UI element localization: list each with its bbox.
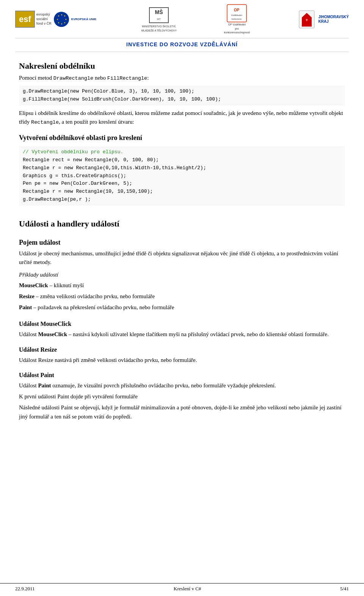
intro-text-1: Pomocí metod bbox=[19, 75, 53, 81]
svg-text:MT: MT bbox=[157, 18, 161, 20]
svg-text:★: ★ bbox=[60, 14, 62, 16]
logo-op: OP Vzdělávání konkurence OP Vzdělávánípr… bbox=[222, 4, 252, 35]
paint-bold: Paint bbox=[38, 382, 51, 388]
resize-desc: – změna velikosti ovládacího prvku, nebo… bbox=[35, 293, 155, 299]
jihomoravsky-coat-icon: ⚜ bbox=[297, 10, 316, 29]
pojem-text: Událost je obecný mechanismus, umožňujíc… bbox=[19, 250, 338, 265]
vytvoreni-title-text: Vytvoření obdélníkové oblasti pro kresle… bbox=[19, 134, 142, 142]
vytvoreni-title: Vytvoření obdélníkové oblasti pro kresle… bbox=[19, 133, 345, 143]
udalost-paint-title: Událost Paint bbox=[19, 371, 345, 380]
code-block-main: // Vytvoření obdélníku pro elipsu. Recta… bbox=[19, 146, 345, 206]
pojem-title-text: Pojem událost bbox=[19, 239, 61, 246]
resize-label: Resize bbox=[19, 293, 35, 299]
paint-desc: – požadavek na překreslení ovládacího pr… bbox=[32, 304, 174, 310]
eu-label: EVROPSKÁ UNIE bbox=[71, 17, 96, 22]
footer-course: Kreslení v C# bbox=[174, 585, 201, 593]
intro-text-2: nebo bbox=[93, 75, 107, 81]
eu-stars-icon: ★ ★ ★ ★ ★ ★ ★ ★ bbox=[55, 13, 68, 26]
svg-text:konkurence: konkurence bbox=[232, 18, 242, 20]
paint-note-1: K první události Paint dojde při vytváře… bbox=[19, 392, 345, 401]
pojem-udalost-paragraph: Událost je obecný mechanismus, umožňujíc… bbox=[19, 249, 345, 267]
op-logo-icon: OP Vzdělávání konkurence bbox=[226, 4, 247, 23]
mouseclick-intro-label: Událost bbox=[19, 331, 38, 337]
logo-mt: MŠ MT MINISTERSTVO ŠKOLSTVÍ,MLÁDEŽE A TĚ… bbox=[141, 6, 177, 33]
section-title-text: Nakreslení obdélníku bbox=[19, 61, 95, 71]
logo-left: esf evropskýsociálnífond v ČR ★ ★ ★ ★ ★ bbox=[15, 11, 96, 28]
code-line-rect1: Rectangle rect = new Rectangle(0, 0, 100… bbox=[23, 157, 159, 163]
footer-page-number: 5/41 bbox=[340, 585, 349, 593]
footer-date: 22.9.2011 bbox=[15, 585, 35, 593]
code-line-1: g.DrawRectangle(new Pen(Color.Blue, 3), … bbox=[23, 88, 194, 94]
intro-paragraph: Pomocí metod DrawRectangle nebo FillRect… bbox=[19, 74, 345, 83]
investice-label: INVESTICE DO ROZVOJE VZDĚLÁVÁNÍ bbox=[126, 41, 238, 47]
examples-section: Příklady událostí MouseClick – kliknutí … bbox=[19, 270, 345, 312]
svg-text:★: ★ bbox=[57, 15, 59, 17]
udalosti-title: Události a handlery událostí bbox=[19, 217, 345, 230]
section-title-rectangle: Nakreslení obdélníku bbox=[19, 60, 345, 72]
content-area: Nakreslení obdélníku Pomocí metod DrawRe… bbox=[15, 60, 349, 421]
resize-example: Resize – změna velikosti ovládacího prvk… bbox=[19, 292, 345, 301]
svg-text:MŠ: MŠ bbox=[155, 9, 163, 15]
code-line-graphics: Graphics g = this.CreateGraphics(); bbox=[23, 173, 126, 179]
svg-text:★: ★ bbox=[63, 15, 65, 17]
fill-rectangle-code: FillRectangle bbox=[107, 75, 147, 81]
paint-label: Paint bbox=[19, 304, 32, 310]
code-block-1: g.DrawRectangle(new Pen(Color.Blue, 3), … bbox=[19, 85, 345, 106]
code-line-rect2: Rectangle r = new Rectangle(0,10,this.Wi… bbox=[23, 165, 206, 171]
code-line-pen: Pen pe = new Pen(Color.DarkGreen, 5); bbox=[23, 181, 132, 186]
udalost-mouseclick-paragraph: Událost MouseClick – nastává kdykoli uži… bbox=[19, 330, 345, 339]
paint-text-1: Událost bbox=[19, 382, 38, 388]
code-line-2: g.FillRectangle(new SolidBrush(Color.Dar… bbox=[23, 96, 221, 102]
mouseclick-example: MouseClick – kliknutí myší bbox=[19, 281, 345, 290]
code-line-draw: g.DrawRectangle(pe,r ); bbox=[23, 197, 91, 202]
svg-text:★: ★ bbox=[56, 18, 58, 20]
eu-flag: ★ ★ ★ ★ ★ ★ ★ ★ bbox=[54, 12, 69, 27]
intro-colon: : bbox=[147, 75, 149, 81]
paint-title-text: Událost Paint bbox=[19, 372, 54, 378]
ministerstvo-text: MINISTERSTVO ŠKOLSTVÍ,MLÁDEŽE A TĚLOVÝCH… bbox=[141, 25, 177, 33]
elipsu-paragraph: Elipsu i obdélník kreslíme do obdélníkov… bbox=[19, 109, 345, 127]
udalosti-title-text: Události a handlery událostí bbox=[19, 219, 119, 228]
udalost-resize-title: Událost Resize bbox=[19, 345, 345, 354]
op-label: OP Vzdělávánípro konkurenceschopnost bbox=[222, 23, 252, 35]
pojem-udalost-title: Pojem událost bbox=[19, 237, 345, 248]
mouseclick-bold: MouseClick bbox=[38, 331, 67, 337]
svg-text:⚜: ⚜ bbox=[305, 18, 308, 22]
rectangle-class-code: Rectangle bbox=[31, 120, 59, 125]
jihomoravsky-label: Jihomoravskýkraj bbox=[318, 15, 349, 24]
udalost-paint-paragraph: Událost Paint oznamuje, že vizuální povr… bbox=[19, 381, 345, 390]
resize-text: Událost Resize nastává při změně velikos… bbox=[19, 357, 197, 363]
paint-note-2: Následné události Paint se objevují, kdy… bbox=[19, 403, 345, 421]
paint-note-1-text: K první události Paint dojde při vytváře… bbox=[19, 393, 138, 399]
header-logos: esf evropskýsociálnífond v ČR ★ ★ ★ ★ ★ bbox=[15, 4, 349, 38]
svg-text:★: ★ bbox=[57, 22, 59, 24]
code-comment-1: // Vytvoření obdélníku pro elipsu. bbox=[23, 149, 123, 155]
paint-text-2: oznamuje, že vizuální povrch příslušného… bbox=[51, 382, 276, 388]
svg-text:OP: OP bbox=[234, 8, 240, 12]
investice-banner: INVESTICE DO ROZVOJE VZDĚLÁVÁNÍ bbox=[15, 41, 349, 52]
resize-title-text: Událost Resize bbox=[19, 346, 57, 353]
mouseclick-label: MouseClick bbox=[19, 282, 48, 288]
svg-text:Vzdělávání: Vzdělávání bbox=[231, 14, 243, 16]
code-line-rect3: Rectangle r = new Rectangle(10, 10,150,1… bbox=[23, 189, 153, 194]
elipsu-text-2: , a ten použít pro kreslení útvaru: bbox=[59, 119, 134, 125]
esf-box: esf bbox=[15, 11, 35, 28]
mt-logo-icon: MŠ MT bbox=[147, 6, 170, 25]
mouseclick-desc: – kliknutí myší bbox=[48, 282, 84, 288]
udalost-mouseclick-title: Událost MouseClick bbox=[19, 319, 345, 329]
draw-rectangle-code: DrawRectangle bbox=[53, 75, 93, 81]
page-footer: 22.9.2011 Kreslení v C# 5/41 bbox=[0, 583, 364, 593]
priklady-title-text: Příklady událostí bbox=[19, 272, 58, 278]
svg-text:★: ★ bbox=[64, 18, 66, 20]
logo-jihomoravsky: ⚜ Jihomoravskýkraj bbox=[297, 10, 349, 29]
svg-text:★: ★ bbox=[63, 22, 65, 24]
esf-text: evropskýsociálnífond v ČR bbox=[36, 13, 52, 26]
priklady-title: Příklady událostí bbox=[19, 270, 345, 279]
page-wrapper: esf evropskýsociálnífond v ČR ★ ★ ★ ★ ★ bbox=[0, 0, 364, 596]
paint-example: Paint – požadavek na překreslení ovládac… bbox=[19, 303, 345, 312]
mouseclick-title-text: Událost MouseClick bbox=[19, 321, 71, 327]
svg-text:★: ★ bbox=[60, 23, 62, 25]
paint-note-2-text: Následné události Paint se objevují, kdy… bbox=[19, 404, 342, 419]
logo-esf: esf evropskýsociálnífond v ČR bbox=[15, 11, 52, 28]
udalost-resize-paragraph: Událost Resize nastává při změně velikos… bbox=[19, 356, 345, 365]
